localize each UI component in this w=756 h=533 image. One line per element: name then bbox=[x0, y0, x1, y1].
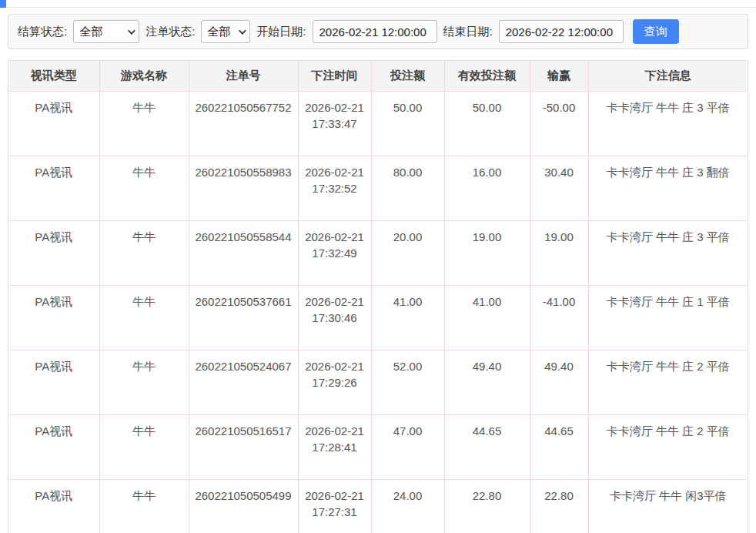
cell-order-no: 260221050558544 bbox=[189, 221, 298, 286]
cell-valid-amount: 44.65 bbox=[444, 415, 530, 480]
cell-bet-amount: 80.00 bbox=[371, 156, 444, 221]
bet-time-clock: 17:28:41 bbox=[302, 439, 368, 455]
cell-winloss: 49.40 bbox=[530, 350, 588, 415]
cell-bet-time: 2026-02-21 17:30:46 bbox=[298, 286, 371, 350]
cell-valid-amount: 22.80 bbox=[444, 480, 530, 533]
bet-time-date: 2026-02-21 bbox=[302, 423, 368, 439]
cell-bet-amount: 52.00 bbox=[371, 350, 444, 415]
cell-valid-amount: 50.00 bbox=[444, 92, 530, 156]
bet-time-clock: 17:30:46 bbox=[302, 310, 368, 326]
bet-time-clock: 17:29:26 bbox=[302, 374, 368, 391]
cell-bet-info: 卡卡湾厅 牛牛 庄 3 平倍 bbox=[588, 221, 748, 286]
cell-order-no: 260221050524067 bbox=[189, 350, 298, 415]
cell-winloss: 19.00 bbox=[530, 221, 588, 286]
cell-winloss: -41.00 bbox=[530, 286, 588, 350]
bet-time-date: 2026-02-21 bbox=[302, 229, 368, 245]
cell-valid-amount: 41.00 bbox=[444, 286, 530, 350]
cell-bet-info: 卡卡湾厅 牛牛 闲3平倍 bbox=[588, 480, 748, 533]
cell-bet-time: 2026-02-21 17:27:31 bbox=[298, 480, 371, 533]
bet-time-date: 2026-02-21 bbox=[302, 164, 368, 180]
settlement-status-label: 结算状态: bbox=[18, 25, 67, 39]
cell-bet-time: 2026-02-21 17:32:49 bbox=[298, 221, 371, 286]
cell-video-type: PA视讯 bbox=[8, 415, 99, 480]
cell-valid-amount: 19.00 bbox=[444, 221, 530, 286]
header-valid-amount: 有效投注额 bbox=[444, 61, 530, 92]
table-row: PA视讯 牛牛 260221050567752 2026-02-21 17:33… bbox=[8, 92, 748, 156]
settlement-status-select[interactable]: 全部 bbox=[73, 20, 139, 43]
cell-bet-amount: 20.00 bbox=[371, 221, 444, 286]
header-bet-info: 下注信息 bbox=[588, 61, 748, 92]
bet-time-clock: 17:27:31 bbox=[302, 504, 368, 520]
table-row: PA视讯 牛牛 260221050524067 2026-02-21 17:29… bbox=[8, 350, 748, 415]
header-order-no: 注单号 bbox=[189, 61, 298, 92]
table-header-row: 视讯类型 游戏名称 注单号 下注时间 投注额 有效投注额 输赢 下注信息 bbox=[8, 61, 748, 92]
header-video-type: 视讯类型 bbox=[8, 61, 99, 92]
cell-order-no: 260221050558983 bbox=[189, 156, 298, 221]
cell-valid-amount: 16.00 bbox=[444, 156, 530, 221]
end-date-label: 结束日期: bbox=[443, 25, 493, 39]
cell-video-type: PA视讯 bbox=[8, 156, 99, 221]
header-bet-amount: 投注额 bbox=[371, 61, 444, 92]
cell-winloss: 22.80 bbox=[530, 480, 588, 533]
cell-order-no: 260221050567752 bbox=[189, 92, 298, 156]
header-game-name: 游戏名称 bbox=[99, 61, 189, 92]
order-status-value: 全部 bbox=[207, 25, 230, 39]
bet-time-date: 2026-02-21 bbox=[302, 358, 368, 374]
top-accent-mark bbox=[0, 0, 6, 8]
cell-bet-time: 2026-02-21 17:28:41 bbox=[298, 415, 371, 480]
cell-winloss: 44.65 bbox=[530, 415, 588, 480]
cell-bet-info: 卡卡湾厅 牛牛 庄 2 平倍 bbox=[588, 350, 748, 415]
order-status-label: 注单状态: bbox=[146, 25, 195, 39]
cell-video-type: PA视讯 bbox=[8, 286, 99, 350]
cell-bet-info: 卡卡湾厅 牛牛 庄 3 平倍 bbox=[588, 92, 748, 156]
chevron-down-icon bbox=[128, 27, 135, 35]
cell-game-name: 牛牛 bbox=[99, 156, 189, 221]
start-date-label: 开始日期: bbox=[256, 25, 306, 39]
header-winloss: 输赢 bbox=[530, 61, 588, 92]
table-row: PA视讯 牛牛 260221050537661 2026-02-21 17:30… bbox=[8, 286, 748, 350]
table-row: PA视讯 牛牛 260221050516517 2026-02-21 17:28… bbox=[8, 415, 748, 480]
cell-order-no: 260221050505499 bbox=[189, 480, 298, 533]
bet-time-clock: 17:32:52 bbox=[302, 180, 368, 196]
cell-order-no: 260221050537661 bbox=[189, 286, 298, 350]
cell-game-name: 牛牛 bbox=[99, 415, 189, 480]
cell-bet-amount: 24.00 bbox=[371, 480, 444, 533]
cell-bet-amount: 50.00 bbox=[371, 92, 444, 156]
bet-time-date: 2026-02-21 bbox=[302, 488, 368, 504]
cell-bet-info: 卡卡湾厅 牛牛 庄 1 平倍 bbox=[588, 286, 748, 350]
top-edge-strip bbox=[0, 0, 756, 8]
table-row: PA视讯 牛牛 260221050558983 2026-02-21 17:32… bbox=[8, 156, 748, 221]
bet-time-clock: 17:33:47 bbox=[302, 116, 368, 132]
cell-game-name: 牛牛 bbox=[99, 480, 189, 533]
query-button[interactable]: 查询 bbox=[633, 19, 679, 44]
cell-bet-time: 2026-02-21 17:32:52 bbox=[298, 156, 371, 221]
chevron-down-icon bbox=[239, 27, 246, 35]
cell-winloss: 30.40 bbox=[530, 156, 588, 221]
filter-bar: 结算状态: 全部 注单状态: 全部 开始日期: 结束日期: 查询 bbox=[8, 14, 748, 49]
cell-bet-time: 2026-02-21 17:33:47 bbox=[298, 92, 371, 156]
cell-video-type: PA视讯 bbox=[8, 350, 99, 415]
cell-game-name: 牛牛 bbox=[99, 92, 189, 156]
header-bet-time: 下注时间 bbox=[298, 61, 371, 92]
order-status-select[interactable]: 全部 bbox=[201, 20, 250, 43]
table-row: PA视讯 牛牛 260221050558544 2026-02-21 17:32… bbox=[8, 221, 748, 286]
cell-valid-amount: 49.40 bbox=[444, 350, 530, 415]
cell-bet-info: 卡卡湾厅 牛牛 庄 2 平倍 bbox=[588, 415, 748, 480]
start-date-input[interactable] bbox=[313, 20, 437, 43]
cell-bet-amount: 47.00 bbox=[371, 415, 444, 480]
settlement-status-value: 全部 bbox=[79, 25, 102, 39]
cell-game-name: 牛牛 bbox=[99, 221, 189, 286]
bet-records-table: 视讯类型 游戏名称 注单号 下注时间 投注额 有效投注额 输赢 下注信息 PA视… bbox=[8, 61, 748, 533]
cell-bet-amount: 41.00 bbox=[371, 286, 444, 350]
bet-time-clock: 17:32:49 bbox=[302, 245, 368, 261]
page-content: 结算状态: 全部 注单状态: 全部 开始日期: 结束日期: 查询 视讯类型 游戏… bbox=[0, 8, 756, 533]
cell-bet-info: 卡卡湾厅 牛牛 庄 3 翻倍 bbox=[588, 156, 748, 221]
table-row: PA视讯 牛牛 260221050505499 2026-02-21 17:27… bbox=[8, 480, 748, 533]
cell-winloss: -50.00 bbox=[530, 92, 588, 156]
bet-time-date: 2026-02-21 bbox=[302, 293, 368, 310]
cell-video-type: PA视讯 bbox=[8, 221, 99, 286]
cell-game-name: 牛牛 bbox=[99, 350, 189, 415]
cell-video-type: PA视讯 bbox=[8, 92, 99, 156]
end-date-input[interactable] bbox=[499, 20, 624, 43]
bet-time-date: 2026-02-21 bbox=[302, 99, 368, 116]
